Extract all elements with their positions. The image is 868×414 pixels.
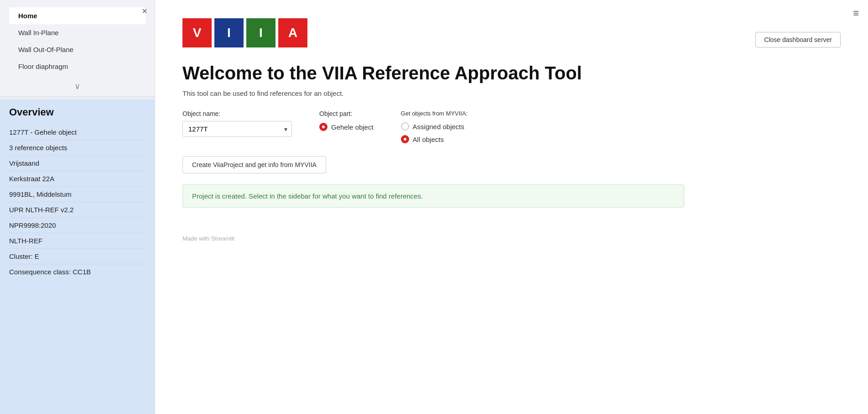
sidebar-nav: HomeWall In-PlaneWall Out-Of-PlaneFloor …: [0, 0, 155, 79]
overview-item: Consequence class: CC1B: [9, 264, 146, 279]
radio-item-assigned-objects[interactable]: Assigned objects: [401, 122, 468, 131]
object-name-group: Object name: ▾: [182, 110, 292, 137]
sidebar-divider: [0, 97, 155, 97]
myviia-group: Get objects from MYVIIA: Assigned object…: [401, 110, 468, 143]
object-name-select-wrapper: ▾: [182, 121, 292, 137]
page-title: Welcome to the VIIA Reference Approach T…: [182, 62, 841, 84]
radio-dot-assigned-objects: [401, 122, 409, 131]
logo-tile-v: V: [182, 18, 212, 47]
logo-tile-i: I: [214, 18, 244, 47]
radio-label-gehele-object: Gehele object: [331, 123, 374, 131]
sidebar-nav-item-wall-out-of-plane[interactable]: Wall Out-Of-Plane: [9, 41, 146, 58]
overview-item: 3 reference objects: [9, 140, 146, 156]
hamburger-menu-button[interactable]: ≡: [853, 7, 859, 19]
overview-title: Overview: [9, 106, 146, 118]
myviia-label: Get objects from MYVIIA:: [401, 110, 468, 117]
create-project-button[interactable]: Create ViiaProject and get info from MYV…: [182, 156, 326, 173]
overview-item: NPR9998:2020: [9, 218, 146, 233]
object-part-label: Object part:: [319, 110, 374, 117]
sidebar-nav-item-wall-in-plane[interactable]: Wall In-Plane: [9, 24, 146, 41]
overview-item: Vrijstaand: [9, 156, 146, 171]
overview-item: NLTH-REF: [9, 233, 146, 249]
object-name-input[interactable]: [182, 121, 292, 137]
myviia-radio-group: Assigned objects All objects: [401, 121, 468, 143]
radio-dot-all-objects: [401, 135, 409, 143]
logo-tile-i: I: [246, 18, 275, 47]
footer: Made with Streamlit: [155, 226, 868, 251]
sidebar-nav-item-floor-diaphragm[interactable]: Floor diaphragm: [9, 58, 146, 75]
page-subtitle: This tool can be used to find references…: [182, 89, 841, 97]
sidebar-overview: Overview 1277T - Gehele object3 referenc…: [0, 99, 155, 414]
sidebar-nav-item-home[interactable]: Home: [9, 7, 146, 24]
sidebar-close-button[interactable]: ×: [142, 6, 147, 16]
form-row: Object name: ▾ Object part: Gehele objec…: [182, 110, 841, 143]
radio-dot-gehele-object: [319, 123, 327, 131]
overview-item: UPR NLTH-REF v2.2: [9, 202, 146, 218]
close-dashboard-button[interactable]: Close dashboard server: [755, 32, 841, 47]
radio-label-assigned-objects: Assigned objects: [413, 123, 464, 131]
sidebar: × HomeWall In-PlaneWall Out-Of-PlaneFloo…: [0, 0, 155, 414]
success-message: Project is created. Select in the sideba…: [182, 184, 684, 208]
radio-item-all-objects[interactable]: All objects: [401, 135, 468, 143]
overview-item: Cluster: E: [9, 249, 146, 264]
logo-tile-a: A: [278, 18, 307, 47]
viia-logo: VIIA: [182, 18, 841, 47]
radio-item-gehele-object[interactable]: Gehele object: [319, 123, 374, 131]
object-name-label: Object name:: [182, 110, 292, 117]
sidebar-chevron[interactable]: ∨: [0, 79, 155, 95]
radio-label-all-objects: All objects: [413, 136, 444, 143]
overview-item: 1277T - Gehele object: [9, 125, 146, 140]
object-part-radio-group: Gehele object: [319, 121, 374, 131]
overview-item: Kerkstraat 22A: [9, 171, 146, 187]
overview-item: 9991BL, Middelstum: [9, 187, 146, 202]
object-part-group: Object part: Gehele object: [319, 110, 374, 131]
main-content-area: ≡ Close dashboard server VIIA Welcome to…: [155, 0, 868, 414]
